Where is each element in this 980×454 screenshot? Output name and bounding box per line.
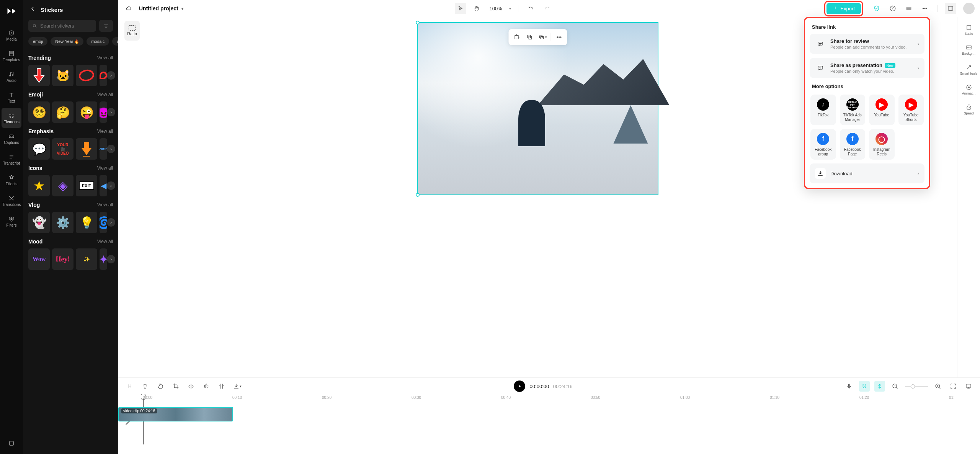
help-icon[interactable] <box>887 3 898 14</box>
ratio-button[interactable]: Ratio <box>124 21 140 41</box>
chevron-down-icon[interactable]: ▾ <box>509 7 511 11</box>
video-canvas[interactable]: ▾ <box>417 22 658 195</box>
mirror-icon[interactable] <box>186 381 196 392</box>
sticker-thumb[interactable]: EXIT <box>76 175 97 196</box>
zoom-in-icon[interactable] <box>933 381 943 392</box>
view-all-link[interactable]: View all <box>97 202 113 207</box>
resize-handle[interactable] <box>416 21 420 24</box>
sticker-thumb[interactable]: ⚙️ <box>52 212 74 233</box>
project-title[interactable]: Untitled project ▾ <box>139 5 183 11</box>
scroll-right-icon[interactable]: › <box>107 108 115 116</box>
social-tiktok[interactable]: ♪TikTok <box>810 95 836 125</box>
crop-icon[interactable] <box>170 381 181 392</box>
sticker-thumb[interactable]: 🤔 <box>52 101 74 123</box>
rail-animation[interactable]: Animat... <box>959 80 979 99</box>
sticker-thumb[interactable]: 🐱 <box>52 65 74 86</box>
mic-icon[interactable] <box>844 381 854 392</box>
sticker-thumb[interactable]: WISH <box>100 138 107 160</box>
chip-mosaic[interactable]: mosaic <box>87 37 109 46</box>
sticker-thumb[interactable]: Wow <box>28 248 50 270</box>
magnet-icon[interactable] <box>859 381 870 392</box>
chip-emoji[interactable]: emoji <box>28 37 47 46</box>
nav-elements[interactable]: Elements <box>2 108 21 128</box>
nav-media[interactable]: Media <box>2 25 21 45</box>
search-input-wrapper[interactable] <box>28 20 96 32</box>
sticker-thumb[interactable]: YOUR🎥VIDEO <box>52 138 74 160</box>
view-all-link[interactable]: View all <box>97 165 113 171</box>
view-all-link[interactable]: View all <box>97 55 113 60</box>
back-icon[interactable] <box>29 5 36 14</box>
cloud-sync-icon[interactable] <box>124 3 134 14</box>
more-icon[interactable] <box>553 31 565 43</box>
social-facebook-group[interactable]: fFacebook group <box>810 129 836 160</box>
sticker-thumb[interactable]: 😈 <box>100 101 107 123</box>
snap-icon[interactable] <box>874 381 885 392</box>
zoom-out-icon[interactable] <box>890 381 900 392</box>
rail-basic[interactable]: Basic <box>959 21 979 39</box>
chip-arrow[interactable]: arro <box>112 37 118 46</box>
nav-transitions[interactable]: Transitions <box>2 191 21 211</box>
chip-new-year[interactable]: New Year 🔥 <box>51 37 83 46</box>
sticker-thumb[interactable]: ✨ <box>76 248 97 270</box>
nav-filters[interactable]: Filters <box>2 211 21 231</box>
sticker-thumb[interactable] <box>100 65 107 86</box>
sticker-thumb[interactable]: ◀ <box>100 175 107 196</box>
sticker-thumb[interactable]: ★ <box>28 175 50 196</box>
delete-icon[interactable] <box>140 381 150 392</box>
cursor-tool-icon[interactable] <box>455 3 466 14</box>
fit-icon[interactable] <box>948 381 959 392</box>
sticker-thumb[interactable]: ✦ <box>100 248 107 270</box>
panels-icon[interactable] <box>945 3 956 14</box>
ruler[interactable]: 00:00 00:10 00:20 00:30 00:40 00:50 01:0… <box>143 395 980 404</box>
sticker-thumb[interactable]: 😵‍💫 <box>28 101 50 123</box>
nav-effects[interactable]: Effects <box>2 170 21 190</box>
view-all-link[interactable]: View all <box>97 92 113 97</box>
download-row[interactable]: Download › <box>810 163 924 183</box>
redo-icon[interactable] <box>541 3 553 14</box>
nav-text[interactable]: Text <box>2 87 21 107</box>
app-logo[interactable] <box>4 4 19 18</box>
sticker-thumb[interactable]: 😜 <box>76 101 97 123</box>
view-all-link[interactable]: View all <box>97 129 113 134</box>
download-clip-icon[interactable]: ▾ <box>232 381 242 392</box>
layer-icon[interactable]: ▾ <box>537 31 548 43</box>
nav-settings-icon[interactable] <box>2 433 21 453</box>
sticker-thumb[interactable]: 💡 <box>76 212 97 233</box>
user-avatar[interactable] <box>963 3 975 14</box>
rail-background[interactable]: Backgr... <box>959 41 979 59</box>
layers-icon[interactable] <box>903 3 915 14</box>
hand-tool-icon[interactable] <box>471 3 482 14</box>
video-clip[interactable]: video clip 00:24:16 <box>118 407 233 421</box>
zoom-slider[interactable] <box>905 386 928 387</box>
sticker-thumb[interactable]: ◈ <box>52 175 74 196</box>
social-instagram[interactable]: ◯Instagram Reels <box>869 129 895 160</box>
nav-captions[interactable]: Captions <box>2 129 21 149</box>
sticker-thumb[interactable] <box>28 65 50 86</box>
nav-templates[interactable]: Templates <box>2 46 21 66</box>
nav-transcript[interactable]: Transcript <box>2 149 21 169</box>
play-button[interactable] <box>514 381 525 392</box>
share-presentation-card[interactable]: Share as presentationNew People can only… <box>810 58 924 78</box>
replace-icon[interactable] <box>524 31 535 43</box>
social-youtube[interactable]: ▶YouTube <box>869 95 895 125</box>
sticker-thumb[interactable]: 👻 <box>28 212 50 233</box>
split-icon[interactable] <box>124 381 135 392</box>
sticker-thumb[interactable] <box>76 65 97 86</box>
resize-handle[interactable] <box>416 193 420 197</box>
search-input[interactable] <box>40 23 92 29</box>
present-icon[interactable] <box>963 381 974 392</box>
rotate-icon[interactable] <box>155 381 166 392</box>
rail-speed[interactable]: Speed <box>959 100 979 119</box>
filter-icon[interactable] <box>99 20 113 32</box>
cut-icon[interactable] <box>216 381 227 392</box>
crop-icon[interactable] <box>511 31 522 43</box>
view-all-link[interactable]: View all <box>97 239 113 244</box>
nav-audio[interactable]: Audio <box>2 67 21 87</box>
share-review-card[interactable]: Share for review People can add comments… <box>810 34 924 54</box>
rail-smart-tools[interactable]: Smart tools <box>959 60 979 79</box>
social-tiktok-ads[interactable]: TikTok:For BusinessTikTok Ads Manager <box>840 95 866 125</box>
scroll-right-icon[interactable]: › <box>107 71 115 80</box>
scroll-right-icon[interactable]: › <box>107 218 115 227</box>
extract-icon[interactable] <box>201 381 212 392</box>
shield-icon[interactable] <box>871 3 882 14</box>
